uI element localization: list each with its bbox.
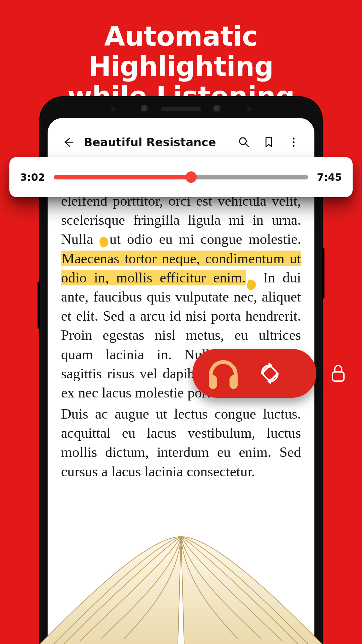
phone-sensor: [213, 105, 221, 113]
promo-headline: Automatic Highlighting while Listening: [0, 0, 362, 112]
audio-scrubber-thumb[interactable]: [185, 171, 197, 183]
reader-topbar: Beautiful Resistance: [48, 118, 314, 159]
svg-rect-7: [333, 372, 344, 381]
svg-point-3: [293, 145, 294, 147]
audio-progress-card: 3:02 7:45: [9, 157, 353, 197]
phone-speaker: [161, 107, 201, 111]
headline-line1: Automatic Highlighting: [88, 21, 274, 82]
phone-sensor: [111, 107, 115, 111]
search-button[interactable]: [235, 133, 253, 152]
lock-icon: [329, 363, 347, 383]
bookmark-button[interactable]: [259, 133, 278, 152]
svg-point-0: [240, 138, 246, 145]
more-button[interactable]: [284, 133, 303, 152]
book-title: Beautiful Resistance: [84, 136, 229, 149]
headphones-icon: [204, 355, 242, 392]
phone-sensor: [247, 107, 251, 111]
svg-point-1: [293, 138, 294, 140]
phone-sensor: [141, 105, 149, 113]
elapsed-time: 3:02: [20, 171, 45, 183]
reader-content[interactable]: eleifend porttitor, orci est vehicula ve…: [48, 191, 314, 481]
audio-scrubber-fill: [54, 175, 191, 179]
listen-pill[interactable]: [192, 349, 316, 398]
highlight-handle-start[interactable]: [100, 231, 110, 247]
lock-button[interactable]: [326, 360, 350, 387]
svg-rect-5: [230, 375, 238, 389]
back-button[interactable]: [59, 133, 78, 152]
svg-rect-4: [209, 375, 217, 389]
auto-rotate-icon: [259, 362, 281, 384]
bookmark-icon: [262, 136, 276, 149]
total-time: 7:45: [317, 171, 342, 183]
floating-actions: [192, 349, 362, 398]
arrow-left-icon: [62, 136, 75, 149]
audio-scrubber[interactable]: [54, 175, 308, 179]
more-vertical-icon: [287, 136, 300, 149]
paragraph: Duis ac augue ut lectus congue luctus. a…: [61, 404, 301, 481]
text: ut odio eu mi congue molestie.: [110, 231, 301, 247]
search-icon: [237, 136, 251, 149]
highlight-handle-end[interactable]: [246, 270, 256, 285]
svg-point-2: [293, 141, 294, 143]
